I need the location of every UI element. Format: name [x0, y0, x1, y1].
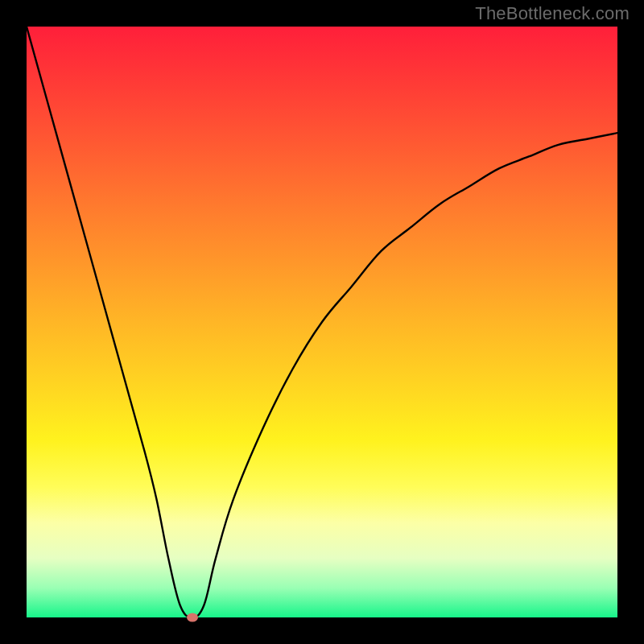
watermark-text: TheBottleneck.com — [475, 3, 630, 24]
plot-area — [27, 27, 617, 617]
curve-marker-dot — [187, 613, 198, 622]
chart-frame: TheBottleneck.com — [0, 0, 644, 644]
curve-svg — [27, 27, 617, 617]
bottleneck-curve — [27, 27, 617, 617]
